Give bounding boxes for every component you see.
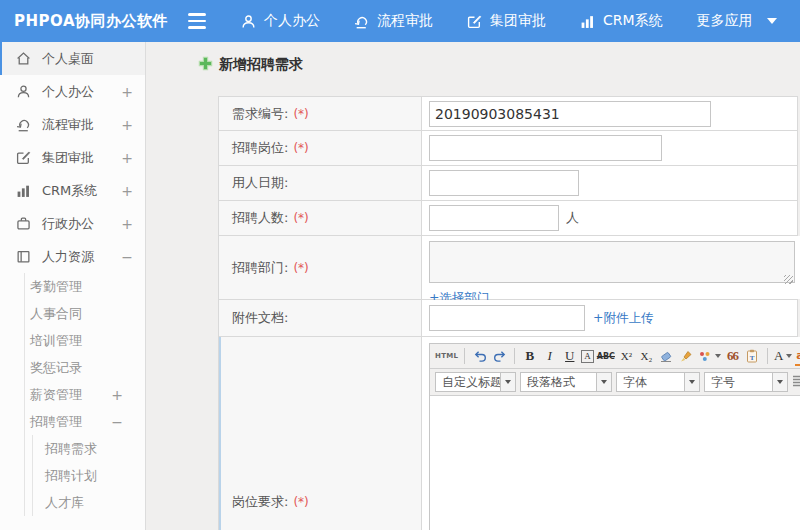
font-color-button[interactable]: A <box>774 347 792 366</box>
field-label: 招聘部门: <box>232 259 288 277</box>
topnav-crm[interactable]: CRM系统 <box>563 0 680 42</box>
topnav-personal-office[interactable]: 个人办公 <box>224 0 337 42</box>
blockquote-button[interactable]: 66 <box>724 347 741 366</box>
redo-icon[interactable] <box>491 347 508 366</box>
caret-down-icon <box>500 373 515 391</box>
upload-attachment-link[interactable]: +附件上传 <box>593 310 653 327</box>
expand-icon[interactable]: + <box>121 151 133 165</box>
form-row-attachment: 附件文档: +附件上传 <box>219 300 797 337</box>
bar-chart-icon <box>580 14 595 29</box>
field-label: 岗位要求: <box>232 493 288 511</box>
form-row-count: 招聘人数: (*) 人 <box>219 201 797 236</box>
editor-content-area[interactable] <box>430 396 800 530</box>
sidebar-item-hr-contract[interactable]: 人事合同 <box>25 300 145 327</box>
form-row-position: 招聘岗位: (*) <box>219 131 797 166</box>
editor-toolbar-1: HTML B I U A ABC X² X₂ <box>430 344 800 369</box>
bold-button[interactable]: B <box>521 347 538 366</box>
app-logo: PHPOA协同办公软件 <box>0 12 168 31</box>
sidebar-item-talent-pool[interactable]: 人才库 <box>33 489 145 516</box>
attachment-input[interactable] <box>429 305 585 331</box>
page-title: 新增招聘需求 <box>198 56 303 74</box>
form-row-requirement: 岗位要求: (*) HTML B I U <box>219 337 797 530</box>
topnav-more-apps[interactable]: 更多应用 <box>680 0 794 42</box>
font-size-select[interactable]: 字号 <box>704 372 788 392</box>
required-marker: (*) <box>293 107 308 121</box>
headcount-input[interactable] <box>429 205 559 231</box>
editor-toolbar-2: 自定义标题 段落格式 字体 <box>430 369 800 396</box>
collapse-icon[interactable]: − <box>121 250 133 264</box>
caret-down-icon <box>596 373 611 391</box>
expand-icon[interactable]: + <box>121 184 133 198</box>
sidebar-item-personal-office[interactable]: 个人办公 + <box>0 75 145 108</box>
sidebar-item-rewards[interactable]: 奖惩记录 <box>25 354 145 381</box>
home-icon <box>16 51 32 67</box>
top-nav: 个人办公 流程审批 集团审批 CRM系统 更多应用 <box>224 0 794 42</box>
expand-icon[interactable]: + <box>111 388 123 402</box>
required-marker: (*) <box>293 141 308 155</box>
field-label: 附件文档: <box>232 309 288 327</box>
italic-button[interactable]: I <box>541 347 558 366</box>
sidebar-item-recruit-plan[interactable]: 招聘计划 <box>33 462 145 489</box>
required-marker: (*) <box>293 495 308 509</box>
svg-text:T: T <box>750 354 755 362</box>
caret-down-icon <box>715 354 721 358</box>
superscript-button[interactable]: X² <box>618 347 635 366</box>
edit-icon <box>16 150 32 166</box>
hamburger-menu-icon[interactable] <box>188 13 210 29</box>
collapse-icon[interactable]: − <box>111 415 123 429</box>
top-bar: PHPOA协同办公软件 个人办公 流程审批 集团审批 CRM系统 更多应用 <box>0 0 800 42</box>
field-label: 招聘岗位: <box>232 139 288 157</box>
hire-date-input[interactable] <box>429 170 579 196</box>
main-content: 新增招聘需求 需求编号: (*) 招聘岗位: (*) <box>146 42 800 530</box>
caret-down-icon <box>684 373 699 391</box>
topnav-group-approval[interactable]: 集团审批 <box>450 0 563 42</box>
format-brush-icon[interactable] <box>678 347 695 366</box>
recruit-demand-form: 需求编号: (*) 招聘岗位: (*) 用人日期: <box>218 96 798 530</box>
sidebar-item-personal-desktop[interactable]: 个人桌面 <box>0 42 145 75</box>
form-row-code: 需求编号: (*) <box>219 97 797 131</box>
book-icon <box>16 249 32 265</box>
sidebar-item-recruit-demand[interactable]: 招聘需求 <box>33 435 145 462</box>
add-icon <box>198 56 213 74</box>
subscript-button[interactable]: X₂ <box>638 347 655 366</box>
caret-down-icon <box>767 18 777 24</box>
resize-grip[interactable] <box>784 275 793 284</box>
sidebar-item-attendance[interactable]: 考勤管理 <box>25 273 145 300</box>
sidebar-item-admin-office[interactable]: 行政办公 + <box>0 207 145 240</box>
caret-down-icon <box>786 354 792 358</box>
sidebar-item-salary[interactable]: 薪资管理+ <box>25 381 145 408</box>
sidebar-item-crm[interactable]: CRM系统 + <box>0 174 145 207</box>
expand-icon[interactable]: + <box>121 85 133 99</box>
sidebar-item-training[interactable]: 培训管理 <box>25 327 145 354</box>
briefcase-icon <box>16 216 32 232</box>
sidebar-item-workflow-approval[interactable]: 流程审批 + <box>0 108 145 141</box>
recruit-submenu: 招聘需求 招聘计划 人才库 <box>32 435 145 516</box>
sidebar-item-recruit-mgmt[interactable]: 招聘管理− <box>25 408 145 435</box>
heading-select[interactable]: 自定义标题 <box>435 372 516 392</box>
eraser-icon[interactable] <box>658 347 675 366</box>
required-marker: (*) <box>293 211 308 225</box>
dept-textarea[interactable] <box>429 241 795 283</box>
field-label: 用人日期: <box>232 174 288 192</box>
topnav-workflow-approval[interactable]: 流程审批 <box>337 0 450 42</box>
expand-icon[interactable]: + <box>121 118 133 132</box>
underline-button[interactable]: U <box>561 347 578 366</box>
sidebar-item-hr[interactable]: 人力资源 − <box>0 240 145 273</box>
html-source-button[interactable]: HTML <box>435 347 458 366</box>
sidebar-item-group-approval[interactable]: 集团审批 + <box>0 141 145 174</box>
color-palette-icon[interactable] <box>698 347 721 366</box>
font-style-button[interactable]: A <box>581 350 594 363</box>
align-left-icon[interactable] <box>792 374 800 390</box>
strikethrough-button[interactable]: ABC <box>597 347 615 366</box>
paragraph-format-select[interactable]: 段落格式 <box>520 372 612 392</box>
bg-color-button[interactable]: ab <box>795 347 800 366</box>
font-family-select[interactable]: 字体 <box>616 372 700 392</box>
undo-icon[interactable] <box>471 347 488 366</box>
demand-code-input[interactable] <box>429 101 711 127</box>
process-icon <box>354 14 369 29</box>
required-marker: (*) <box>293 261 308 275</box>
paste-text-icon[interactable]: T <box>744 347 761 366</box>
position-input[interactable] <box>429 135 662 161</box>
expand-icon[interactable]: + <box>121 217 133 231</box>
form-row-date: 用人日期: <box>219 166 797 201</box>
